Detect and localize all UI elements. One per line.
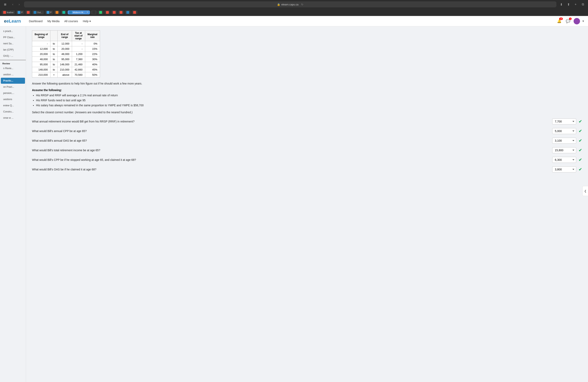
content-area: s practi... PP Class... nent Sa... lan (… [0, 26, 588, 382]
sidebar-toggle-btn[interactable]: ⊞ [2, 1, 8, 7]
cell-to: to [50, 52, 58, 57]
th-beginning-range: Begining ofrange [32, 31, 50, 41]
share-btn[interactable]: ⬆ [566, 1, 571, 7]
bookmark-tab-14[interactable] [125, 10, 131, 14]
sidebar-item-practic[interactable]: Practic... [1, 78, 25, 84]
collapse-sidebar-btn[interactable]: ❮ [582, 186, 588, 196]
sidebar-item-pp-class[interactable]: PP Class... [1, 34, 25, 40]
bookmark-tab-3[interactable] [25, 10, 31, 14]
answer-select-q2[interactable]: 5,000 [552, 128, 576, 134]
sidebar-item-onse-w[interactable]: onse w ... [1, 115, 25, 121]
assumption-item: His salary has always remained in the sa… [36, 103, 582, 108]
nav-allcourses[interactable]: All courses [64, 19, 78, 24]
bookmarks-bar: feather P Out... P Midterm M... ✕ [0, 9, 588, 16]
bookmark-tab-midterm[interactable]: Midterm M... ✕ [68, 10, 90, 14]
cell-end: 20,000 [57, 46, 72, 52]
new-tab-btn[interactable]: + [573, 1, 578, 7]
chevron-left-icon: ❮ [584, 190, 587, 192]
tax-table-container: Begining ofrange End ofrange Tax atstart… [32, 30, 582, 77]
question-row-q6: What would Bill's OAS be if he claimed i… [32, 166, 582, 172]
cell-end: 95,000 [57, 57, 72, 62]
bookmark-tab-5[interactable]: P [45, 10, 53, 14]
sidebar-item-eview-q[interactable]: eview Q... [1, 102, 25, 109]
bookmark-tab-15[interactable] [132, 10, 138, 14]
sidebar-item-plan-cpp[interactable]: lan (CPP) [1, 47, 25, 53]
cell-end: 48,000 [57, 52, 72, 57]
correct-icon-q1: ✔ [579, 119, 582, 124]
cell-from: - [32, 41, 50, 46]
favicon-15 [133, 11, 136, 14]
table-row: 210,000 + above 70,560 50% [32, 72, 100, 77]
browser-actions: ⬇ ⬆ + ⧉ [558, 1, 586, 7]
sidebar-item-n-revie[interactable]: n Revie... [1, 65, 25, 71]
sidebar-item-on-pract[interactable]: on Pract... [1, 84, 25, 90]
bookmark-tab-11[interactable] [105, 10, 110, 14]
cell-tax-start: 70,560 [72, 72, 85, 77]
browser-nav-btns: ‹ › [10, 1, 22, 7]
nav-mymedia[interactable]: My Media [47, 19, 60, 24]
table-row: 148,000 to 210,000 42,660 45% [32, 67, 100, 72]
bookmark-tab-2[interactable]: P [16, 10, 24, 14]
sidebar-item-s-practi[interactable]: s practi... [1, 28, 25, 34]
bookmark-tab-4[interactable]: Out... [32, 10, 44, 14]
sidebar-item-uestions2[interactable]: uestions [1, 96, 25, 102]
bookmark-tab-13[interactable] [118, 10, 124, 14]
bookmark-tab-1[interactable]: feather [1, 10, 15, 14]
bookmark-tab-6[interactable] [54, 10, 60, 14]
correct-icon-q5: ✔ [579, 157, 582, 162]
favicon-3 [27, 11, 30, 14]
cell-to: to [50, 57, 58, 62]
answer-select-q5[interactable]: 6,300 [552, 157, 576, 163]
th-to [50, 31, 58, 41]
answer-select-q3[interactable]: 3,100 [552, 138, 576, 144]
question-text-q5: What would Bill's CPP be if he stopped w… [32, 158, 550, 161]
messages-badge: 1 [569, 18, 572, 20]
bookmark-tab-10[interactable] [98, 10, 104, 14]
tabs-btn[interactable]: ⧉ [580, 1, 586, 7]
sidebar-item-uestion[interactable]: uestion ... [1, 72, 25, 77]
favicon-1 [3, 11, 6, 14]
logo[interactable]: eeLearn [4, 19, 21, 24]
tax-table: Begining ofrange End ofrange Tax atstart… [32, 30, 100, 77]
notifications-btn[interactable]: 🔔 19 [556, 18, 562, 24]
answer-select-q6[interactable]: 3,800 [552, 166, 576, 172]
nav-dashboard[interactable]: Dashboard [29, 19, 42, 24]
question-row-q4: What would Bill's total retirement incom… [32, 147, 582, 153]
address-bar[interactable]: 🔒 elearn.capu.ca ↻ [24, 1, 556, 7]
assumptions-list: His RRSP and RRIF will average a 2.1% re… [36, 93, 582, 108]
favicon-2 [18, 11, 21, 14]
cell-tax-start: - [72, 41, 85, 46]
cell-tax-start: - [72, 46, 85, 52]
top-nav: eeLearn Dashboard My Media All courses H… [0, 16, 588, 26]
forward-btn[interactable]: › [16, 1, 22, 7]
lock-icon: 🔒 [277, 3, 280, 6]
sidebar-item-oas[interactable]: OAS) - ... [1, 53, 25, 59]
reload-icon[interactable]: ↻ [301, 3, 303, 6]
sidebar-item-pension[interactable]: pension,... [1, 90, 25, 96]
back-btn[interactable]: ‹ [10, 1, 16, 7]
question-text-q1: What annual retirement income would Bill… [32, 120, 550, 123]
close-tab-icon[interactable]: ✕ [87, 11, 88, 14]
cell-from: 20,000 [32, 52, 50, 57]
notifications-badge: 19 [559, 18, 563, 20]
bookmark-tab-9[interactable] [91, 10, 97, 14]
answer-select-q1[interactable]: 7,700 [552, 118, 576, 124]
sidebar-item-constru[interactable]: Constru... [1, 109, 25, 115]
messages-btn[interactable]: 💬 1 [565, 18, 571, 24]
cell-from: 210,000 [32, 72, 50, 77]
table-row: 95,000 to 148,000 21,460 40% [32, 62, 100, 67]
avatar-dropdown-icon[interactable]: ▾ [582, 19, 584, 23]
cell-rate: 30% [85, 57, 100, 62]
nav-help[interactable]: Help ▾ [83, 19, 91, 24]
favicon-10 [99, 11, 102, 14]
correct-icon-q2: ✔ [579, 129, 582, 134]
bookmark-tab-7[interactable] [61, 10, 67, 14]
select-note: Select the closest correct number. (Answ… [32, 110, 582, 115]
cell-end: 12,000 [57, 41, 72, 46]
answer-select-q4[interactable]: 15,800 [552, 147, 576, 153]
user-avatar[interactable] [574, 18, 580, 24]
sidebar-item-nent-sa[interactable]: nent Sa... [1, 40, 25, 47]
bookmark-tab-12[interactable] [111, 10, 117, 14]
download-btn[interactable]: ⬇ [558, 1, 564, 7]
questions-area: What annual retirement income would Bill… [32, 118, 582, 172]
